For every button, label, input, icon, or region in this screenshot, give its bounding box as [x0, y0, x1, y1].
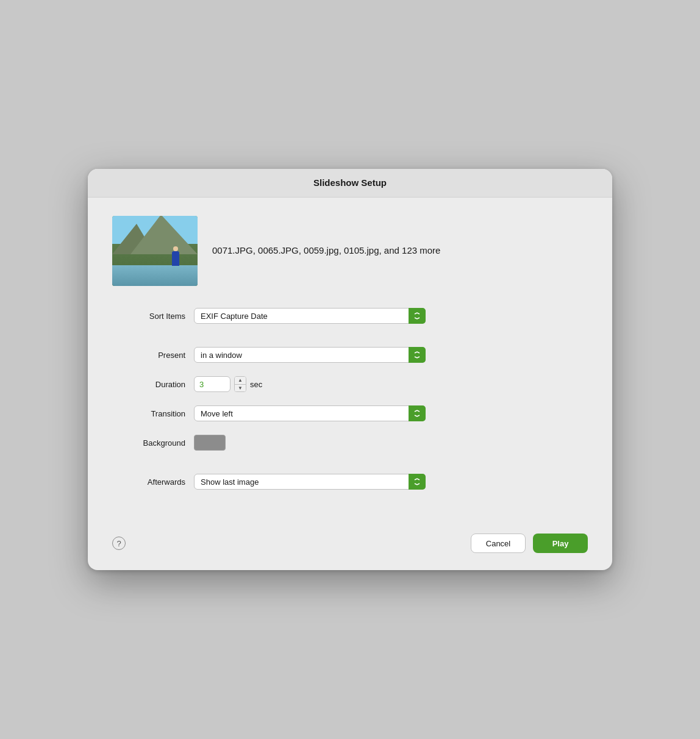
afterwards-row: Afterwards Show last image Loop slidesho… — [112, 474, 588, 490]
file-list-text: 0071.JPG, 0065.JPG, 0059.jpg, 0105.jpg, … — [212, 244, 440, 258]
help-button[interactable]: ? — [112, 537, 126, 550]
duration-decrement-button[interactable]: ▼ — [235, 385, 246, 392]
cancel-button[interactable]: Cancel — [471, 534, 526, 553]
dialog-footer: ? Cancel Play — [88, 521, 612, 570]
afterwards-select[interactable]: Show last image Loop slideshow Stop slid… — [194, 474, 426, 490]
sort-items-select-wrapper: EXIF Capture Date File Name File Date Ra… — [194, 308, 426, 324]
thumbnail-scene — [112, 216, 198, 286]
transition-select-wrapper: Move left Dissolve None Fade through bla… — [194, 405, 426, 421]
title-bar: Slideshow Setup — [88, 169, 612, 198]
transition-label: Transition — [112, 409, 185, 418]
footer-buttons: Cancel Play — [471, 534, 588, 553]
duration-label: Duration — [112, 380, 185, 389]
sort-items-label: Sort Items — [112, 312, 185, 321]
duration-unit-label: sec — [250, 380, 262, 389]
afterwards-select-wrapper: Show last image Loop slideshow Stop slid… — [194, 474, 426, 490]
dialog-title: Slideshow Setup — [313, 177, 387, 188]
present-select-wrapper: in a window full screen — [194, 347, 426, 363]
mountain-right — [130, 216, 198, 254]
sort-items-select[interactable]: EXIF Capture Date File Name File Date Ra… — [194, 308, 426, 324]
present-label: Present — [112, 351, 185, 360]
duration-increment-button[interactable]: ▲ — [235, 377, 246, 385]
transition-select[interactable]: Move left Dissolve None Fade through bla… — [194, 405, 426, 421]
duration-row: Duration ▲ ▼ sec — [112, 376, 588, 392]
background-label: Background — [112, 438, 185, 448]
present-select[interactable]: in a window full screen — [194, 347, 426, 363]
background-color-button[interactable] — [194, 435, 226, 451]
duration-stepper: ▲ ▼ — [234, 376, 246, 392]
duration-input[interactable] — [194, 376, 230, 392]
help-label: ? — [116, 539, 121, 548]
present-row: Present in a window full screen — [112, 347, 588, 363]
dialog-body: 0071.JPG, 0065.JPG, 0059.jpg, 0105.jpg, … — [88, 198, 612, 521]
slideshow-setup-dialog: Slideshow Setup 0071.JPG, 0065.JPG, 0059… — [88, 169, 612, 570]
afterwards-label: Afterwards — [112, 477, 185, 487]
transition-row: Transition Move left Dissolve None Fade … — [112, 405, 588, 421]
water — [112, 265, 198, 287]
form-section: Sort Items EXIF Capture Date File Name F… — [112, 308, 588, 503]
file-info-row: 0071.JPG, 0065.JPG, 0059.jpg, 0105.jpg, … — [112, 216, 588, 286]
background-row: Background — [112, 435, 588, 451]
person-figure — [172, 251, 179, 266]
play-button[interactable]: Play — [533, 534, 588, 553]
sort-items-row: Sort Items EXIF Capture Date File Name F… — [112, 308, 588, 324]
thumbnail-preview — [112, 216, 198, 286]
duration-controls: ▲ ▼ sec — [194, 376, 262, 392]
